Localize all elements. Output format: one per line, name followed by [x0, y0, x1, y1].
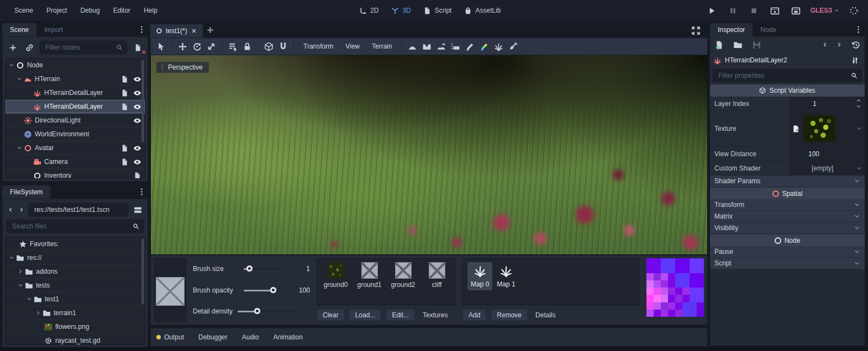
detail-map-item[interactable]: Map 1	[493, 262, 518, 290]
tab-filesystem[interactable]: FileSystem	[2, 185, 50, 199]
scene-node-row[interactable]: Avatar	[6, 141, 145, 155]
brush-shape-selected[interactable]	[156, 277, 185, 306]
scale-tool-button[interactable]	[204, 40, 218, 53]
texture-slot[interactable]: cliff	[423, 262, 451, 289]
script-icon[interactable]	[133, 172, 141, 179]
terrain-flatten-tool-icon[interactable]	[449, 40, 462, 53]
group-script[interactable]: Script	[710, 258, 865, 269]
new-resource-icon[interactable]	[712, 38, 725, 51]
group-cube-button[interactable]	[262, 40, 275, 53]
toggle-split-mode-icon[interactable]	[131, 203, 144, 216]
terrain-shovel-tool-icon[interactable]	[507, 40, 520, 53]
list-select-tool-button[interactable]	[226, 40, 239, 53]
scene-tab[interactable]: test1(*)	[150, 24, 203, 38]
scene-node-row[interactable]: DirectionalLight	[6, 114, 145, 127]
script-icon[interactable]	[120, 75, 129, 83]
edit-resource-icon[interactable]	[792, 125, 800, 133]
texture-slot[interactable]: ground2	[389, 262, 417, 289]
clear-button[interactable]: Clear	[317, 309, 345, 321]
terrain-menu[interactable]: Terrain	[366, 40, 398, 52]
terrain-lower-tool-icon[interactable]	[420, 40, 434, 53]
fs-row[interactable]: tests	[6, 279, 145, 292]
collapse-arrow-icon[interactable]	[18, 283, 25, 288]
audio-button[interactable]: Audio	[242, 333, 259, 341]
tab-inspector[interactable]: Inspector	[710, 23, 753, 36]
menu-debug[interactable]: Debug	[73, 4, 106, 17]
play-scene-button[interactable]	[769, 4, 782, 17]
collapse-arrow-icon[interactable]	[17, 145, 24, 151]
menu-editor[interactable]: Editor	[107, 4, 137, 17]
lock-node-button[interactable]	[240, 40, 254, 53]
panel-menu-icon[interactable]	[851, 23, 865, 36]
workspace-script-button[interactable]: Script	[423, 7, 452, 15]
scrollbar[interactable]	[141, 238, 144, 305]
terrain-color-brush-icon[interactable]	[478, 40, 491, 53]
history-next-icon[interactable]	[835, 38, 844, 51]
group-transform[interactable]: Transform	[710, 199, 865, 211]
stop-button[interactable]	[748, 4, 761, 17]
instance-scene-button[interactable]	[23, 41, 36, 54]
fs-row[interactable]: test1	[6, 292, 145, 306]
visibility-eye-icon[interactable]	[133, 103, 141, 111]
add-map-button[interactable]: Add	[462, 309, 486, 321]
group-pause[interactable]: Pause	[710, 246, 865, 258]
update-spinner-icon[interactable]	[847, 4, 860, 17]
debugger-button[interactable]: Debugger	[198, 333, 228, 341]
texture-preview-thumbnail[interactable]	[803, 115, 835, 142]
current-path-input[interactable]	[28, 203, 129, 217]
tab-import[interactable]: Import	[36, 23, 71, 36]
animation-button[interactable]: Animation	[273, 333, 302, 341]
load-button[interactable]: Load...	[349, 309, 382, 321]
terrain-paint-brush-icon[interactable]	[464, 40, 477, 53]
script-icon[interactable]	[120, 144, 129, 152]
pause-button[interactable]	[727, 4, 740, 17]
menu-scene[interactable]: Scene	[8, 4, 40, 17]
close-icon[interactable]	[191, 28, 197, 34]
brush-opacity-slider[interactable]	[244, 287, 278, 294]
history-prev-icon[interactable]	[820, 38, 829, 51]
object-tools-icon[interactable]	[848, 54, 861, 67]
distraction-free-expand-icon[interactable]	[689, 24, 702, 37]
brush-shape-item[interactable]	[156, 306, 185, 321]
collapse-arrow-icon[interactable]	[9, 62, 16, 68]
visibility-eye-icon[interactable]	[133, 158, 141, 166]
scene-node-row[interactable]: Inventory	[6, 169, 145, 179]
spinbox-arrows-icon[interactable]	[856, 98, 862, 109]
fs-row[interactable]: res://	[6, 251, 145, 265]
fs-row[interactable]: addons	[6, 265, 145, 279]
search-files-input[interactable]	[6, 219, 144, 233]
collapse-arrow-icon[interactable]	[18, 269, 25, 274]
scene-node-row[interactable]: WorldEnvironment	[6, 127, 145, 141]
scene-node-row-selected[interactable]: HTerrainDetailLayer	[6, 100, 145, 114]
scene-node-row[interactable]: HTerrainDetailLayer	[6, 86, 145, 100]
fs-row[interactable]: terrain1	[6, 306, 145, 320]
collapse-arrow-icon[interactable]	[35, 310, 43, 316]
script-icon[interactable]	[120, 103, 129, 111]
visibility-eye-icon[interactable]	[133, 144, 141, 152]
group-shader-params[interactable]: Shader Params	[710, 176, 865, 187]
fs-row[interactable]: flowers.png	[6, 320, 145, 334]
texture-slot[interactable]: ground0	[322, 262, 350, 289]
3d-viewport[interactable]: Perspective	[150, 55, 708, 255]
collapse-arrow-icon[interactable]	[27, 296, 34, 302]
save-resource-icon[interactable]	[750, 38, 763, 51]
snap-magnet-button[interactable]	[276, 40, 290, 53]
texture-resource-field[interactable]	[790, 111, 865, 146]
history-forward-button[interactable]	[17, 203, 26, 216]
tab-scene[interactable]: Scene	[2, 23, 36, 36]
terrain-detail-grass-tool-icon[interactable]	[492, 40, 506, 53]
workspace-assetlib-button[interactable]: AssetLib	[464, 7, 501, 15]
group-matrix[interactable]: Matrix	[710, 211, 865, 222]
renderer-selector[interactable]: GLES3	[811, 7, 839, 14]
group-visibility[interactable]: Visibility	[710, 222, 865, 234]
panel-menu-icon[interactable]	[135, 185, 148, 198]
move-tool-button[interactable]	[176, 40, 189, 53]
filter-nodes-input[interactable]	[39, 40, 128, 55]
object-history-icon[interactable]	[849, 38, 862, 51]
scene-node-row[interactable]: HTerrain	[6, 72, 145, 86]
play-custom-scene-button[interactable]	[790, 4, 803, 17]
menu-project[interactable]: Project	[40, 4, 73, 17]
fs-row[interactable]: raycast_test.gd	[6, 334, 145, 345]
transform-menu[interactable]: Transform	[298, 40, 339, 52]
filter-properties-input[interactable]	[712, 68, 862, 83]
